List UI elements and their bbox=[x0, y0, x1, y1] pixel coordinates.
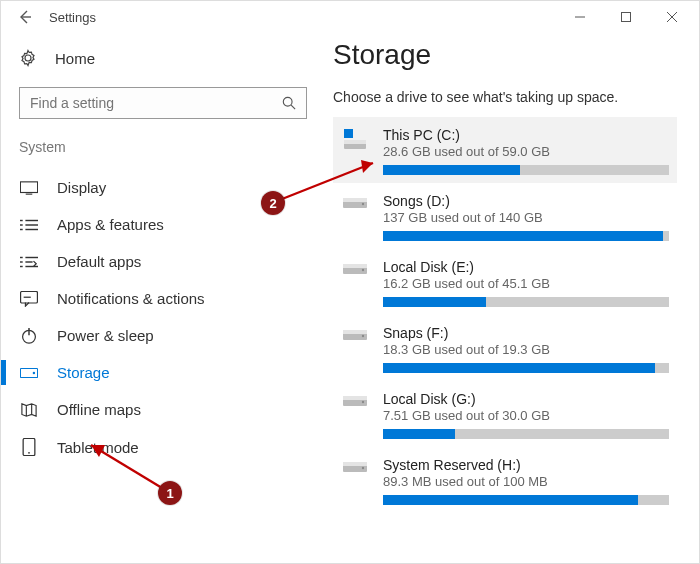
svg-rect-2 bbox=[622, 13, 631, 22]
nav-home-label: Home bbox=[55, 50, 95, 67]
drive-name: Snaps (F:) bbox=[383, 325, 669, 341]
window-controls bbox=[557, 1, 695, 33]
monitor-icon bbox=[19, 181, 39, 195]
drive-name: Local Disk (E:) bbox=[383, 259, 669, 275]
search-box[interactable] bbox=[19, 87, 307, 119]
drive-info: Snaps (F:)18.3 GB used out of 19.3 GB bbox=[383, 325, 669, 373]
power-icon bbox=[19, 328, 39, 344]
page-subtitle: Choose a drive to see what's taking up s… bbox=[333, 89, 677, 105]
drive-usage-bar bbox=[383, 363, 669, 373]
sidebar-item-label: Power & sleep bbox=[57, 327, 154, 344]
drive-name: Local Disk (G:) bbox=[383, 391, 669, 407]
drive-usage-bar bbox=[383, 429, 669, 439]
svg-rect-31 bbox=[344, 140, 366, 144]
hdd-icon bbox=[341, 391, 369, 439]
content-area: Home System DisplayApps & featuresDefaul… bbox=[1, 33, 699, 563]
drive-list: This PC (C:)28.6 GB used out of 59.0 GBS… bbox=[333, 117, 677, 513]
nav-panel: Home System DisplayApps & featuresDefaul… bbox=[1, 33, 323, 563]
nav-items: DisplayApps & featuresDefault appsNotifi… bbox=[19, 169, 323, 466]
drive-item[interactable]: Local Disk (G:)7.51 GB used out of 30.0 … bbox=[333, 381, 677, 447]
map-icon bbox=[19, 402, 39, 418]
sidebar-item-storage[interactable]: Storage bbox=[19, 354, 323, 391]
svg-line-6 bbox=[291, 105, 295, 109]
drive-info: Local Disk (E:)16.2 GB used out of 45.1 … bbox=[383, 259, 669, 307]
drive-icon bbox=[19, 367, 39, 379]
sidebar-item-label: Offline maps bbox=[57, 401, 141, 418]
svg-point-40 bbox=[362, 335, 364, 337]
drive-name: This PC (C:) bbox=[383, 127, 669, 143]
svg-point-5 bbox=[283, 97, 292, 106]
titlebar: Settings bbox=[1, 1, 699, 33]
sidebar-item-label: Storage bbox=[57, 364, 110, 381]
minimize-button[interactable] bbox=[557, 1, 603, 33]
minimize-icon bbox=[575, 12, 585, 22]
sidebar-item-notifications-actions[interactable]: Notifications & actions bbox=[19, 280, 323, 317]
window-title: Settings bbox=[45, 10, 557, 25]
drive-usage-text: 89.3 MB used out of 100 MB bbox=[383, 474, 669, 489]
drive-item[interactable]: Songs (D:)137 GB used out of 140 GB bbox=[333, 183, 677, 249]
svg-rect-42 bbox=[343, 396, 367, 400]
sidebar-item-power-sleep[interactable]: Power & sleep bbox=[19, 317, 323, 354]
hdd-icon bbox=[341, 193, 369, 241]
gear-icon bbox=[19, 49, 39, 67]
drive-usage-bar bbox=[383, 495, 669, 505]
svg-point-34 bbox=[362, 203, 364, 205]
maximize-button[interactable] bbox=[603, 1, 649, 33]
svg-point-26 bbox=[33, 371, 35, 373]
svg-rect-45 bbox=[343, 462, 367, 466]
drive-usage-bar bbox=[383, 165, 669, 175]
drive-usage-text: 7.51 GB used out of 30.0 GB bbox=[383, 408, 669, 423]
page-title: Storage bbox=[333, 39, 677, 71]
drive-usage-text: 18.3 GB used out of 19.3 GB bbox=[383, 342, 669, 357]
drive-info: Songs (D:)137 GB used out of 140 GB bbox=[383, 193, 669, 241]
svg-rect-7 bbox=[20, 181, 37, 192]
svg-rect-29 bbox=[344, 129, 353, 138]
drive-item[interactable]: This PC (C:)28.6 GB used out of 59.0 GB bbox=[333, 117, 677, 183]
drive-item[interactable]: Local Disk (E:)16.2 GB used out of 45.1 … bbox=[333, 249, 677, 315]
sidebar-item-offline-maps[interactable]: Offline maps bbox=[19, 391, 323, 428]
svg-point-43 bbox=[362, 401, 364, 403]
hdd-icon bbox=[341, 457, 369, 505]
hdd-icon bbox=[341, 259, 369, 307]
sidebar-item-apps-features[interactable]: Apps & features bbox=[19, 206, 323, 243]
drive-name: Songs (D:) bbox=[383, 193, 669, 209]
nav-home[interactable]: Home bbox=[19, 43, 323, 73]
drive-info: System Reserved (H:)89.3 MB used out of … bbox=[383, 457, 669, 505]
sidebar-item-default-apps[interactable]: Default apps bbox=[19, 243, 323, 280]
svg-point-28 bbox=[28, 452, 30, 454]
search-icon bbox=[282, 96, 296, 110]
drive-item[interactable]: System Reserved (H:)89.3 MB used out of … bbox=[333, 447, 677, 513]
list-icon bbox=[19, 218, 39, 232]
list-arrow-icon bbox=[19, 255, 39, 269]
search-input[interactable] bbox=[28, 94, 282, 112]
storage-panel: Storage Choose a drive to see what's tak… bbox=[323, 33, 699, 563]
close-button[interactable] bbox=[649, 1, 695, 33]
os-drive-icon bbox=[341, 127, 369, 175]
drive-name: System Reserved (H:) bbox=[383, 457, 669, 473]
drive-info: Local Disk (G:)7.51 GB used out of 30.0 … bbox=[383, 391, 669, 439]
nav-section-label: System bbox=[19, 135, 323, 161]
message-icon bbox=[19, 291, 39, 307]
drive-usage-text: 28.6 GB used out of 59.0 GB bbox=[383, 144, 669, 159]
svg-rect-36 bbox=[343, 264, 367, 268]
sidebar-item-label: Default apps bbox=[57, 253, 141, 270]
sidebar-item-label: Tablet mode bbox=[57, 439, 139, 456]
sidebar-item-label: Notifications & actions bbox=[57, 290, 205, 307]
maximize-icon bbox=[621, 12, 631, 22]
sidebar-item-label: Apps & features bbox=[57, 216, 164, 233]
back-button[interactable] bbox=[5, 1, 45, 33]
drive-item[interactable]: Snaps (F:)18.3 GB used out of 19.3 GB bbox=[333, 315, 677, 381]
drive-usage-bar bbox=[383, 231, 669, 241]
drive-usage-bar bbox=[383, 297, 669, 307]
drive-info: This PC (C:)28.6 GB used out of 59.0 GB bbox=[383, 127, 669, 175]
sidebar-item-tablet-mode[interactable]: Tablet mode bbox=[19, 428, 323, 466]
arrow-left-icon bbox=[17, 9, 33, 25]
drive-usage-text: 16.2 GB used out of 45.1 GB bbox=[383, 276, 669, 291]
drive-usage-text: 137 GB used out of 140 GB bbox=[383, 210, 669, 225]
svg-rect-33 bbox=[343, 198, 367, 202]
sidebar-item-display[interactable]: Display bbox=[19, 169, 323, 206]
sidebar-item-label: Display bbox=[57, 179, 106, 196]
close-icon bbox=[667, 12, 677, 22]
svg-point-46 bbox=[362, 467, 364, 469]
tablet-icon bbox=[19, 438, 39, 456]
